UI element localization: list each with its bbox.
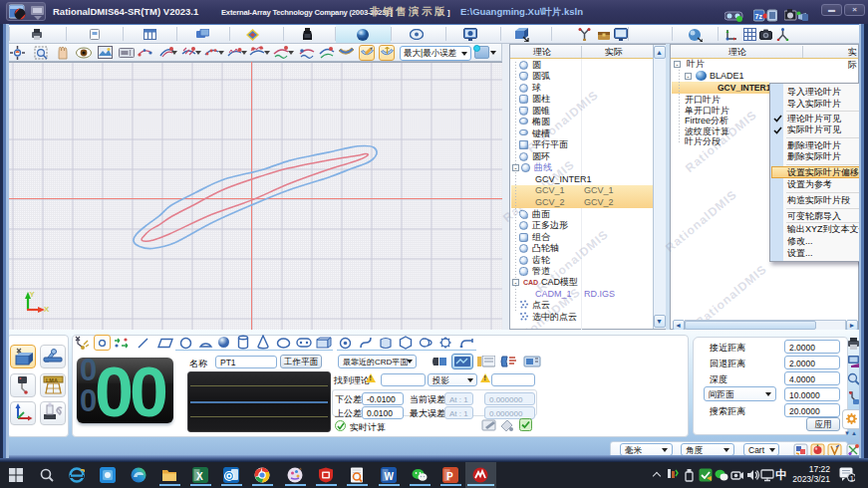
svg-text:X: X [196,471,203,482]
svg-text:7z: 7z [755,13,763,20]
svg-text:X: X [44,305,50,314]
svg-text:1: 1 [850,474,854,483]
svg-text:W: W [385,471,395,482]
svg-text:LMA: LMA [46,377,58,383]
svg-text:Y: Y [30,290,36,299]
svg-text:P: P [446,471,453,482]
